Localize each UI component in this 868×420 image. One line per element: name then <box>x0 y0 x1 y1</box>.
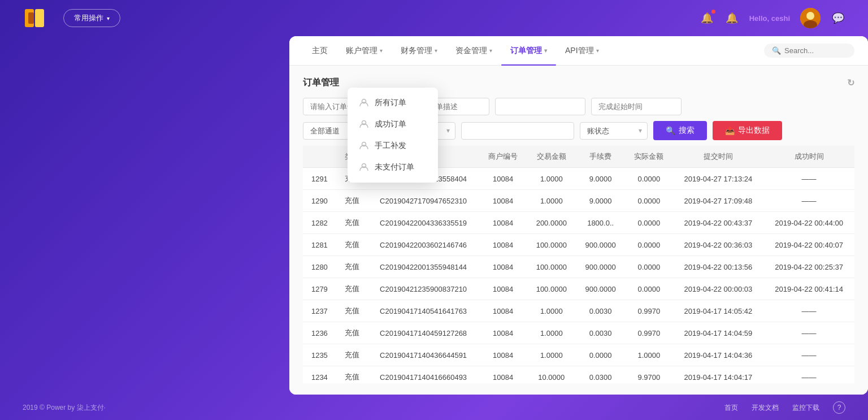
footer-link-docs[interactable]: 开发文档 <box>752 403 779 413</box>
nav-item-funds[interactable]: 资金管理 ▾ <box>446 36 501 66</box>
cell-order-no[interactable]: C20190417140541641763 <box>367 300 479 322</box>
user-icon-2 <box>359 119 369 129</box>
export-button[interactable]: 📤 导出数据 <box>713 121 782 140</box>
dropdown-item-unpaid[interactable]: 未支付订单 <box>348 157 438 178</box>
dropdown-label-manual: 手工补发 <box>375 141 406 151</box>
help-icon[interactable]: ? <box>833 401 845 414</box>
cell-success-time: —— <box>763 190 854 212</box>
cell-submit-time: 2019-04-22 00:00:03 <box>672 278 763 300</box>
cell-merchant: 10084 <box>479 366 527 384</box>
dropdown-item-all-orders[interactable]: 所有订单 <box>348 92 438 114</box>
cell-fee: 9.0000 <box>576 190 625 212</box>
dropdown-label-all: 所有订单 <box>375 98 406 108</box>
cell-order-no[interactable]: C20190421235900837210 <box>367 278 479 300</box>
cell-id: 1282 <box>303 212 336 234</box>
message-icon[interactable]: 💬 <box>831 11 845 25</box>
search-icon: 🔍 <box>772 46 781 55</box>
col-header-fee: 手续费 <box>576 146 625 168</box>
avatar[interactable] <box>800 8 821 28</box>
dropdown-item-success-orders[interactable]: 成功订单 <box>348 114 438 135</box>
refresh-icon[interactable]: ↻ <box>847 77 854 88</box>
account-arrow-icon: ▾ <box>380 47 383 54</box>
cell-submit-time: 2019-04-27 17:09:48 <box>672 190 763 212</box>
cell-merchant: 10084 <box>479 300 527 322</box>
cell-success-time: 2019-04-22 00:44:00 <box>763 212 854 234</box>
cell-success-time: —— <box>763 344 854 366</box>
cell-type: 充值 <box>336 278 368 300</box>
cell-order-no[interactable]: C20190417140459127268 <box>367 322 479 344</box>
cell-merchant: 10084 <box>479 168 527 190</box>
user-icon-3 <box>359 141 369 151</box>
footer: 2019 © Power by 柒上支付· 首页 开发文档 监控下载 ? <box>0 395 868 420</box>
cell-type: 充值 <box>336 256 368 278</box>
cell-order-no[interactable]: C20190422004336335519 <box>367 212 479 234</box>
nav-item-api[interactable]: API管理 ▾ <box>556 36 608 66</box>
cell-amount: 100.0000 <box>527 234 576 256</box>
col-header-merchant: 商户编号 <box>479 146 527 168</box>
cell-success-time: 2019-04-22 00:40:07 <box>763 234 854 256</box>
search-icon-btn: 🔍 <box>666 126 675 135</box>
footer-link-home[interactable]: 首页 <box>724 403 738 413</box>
nav-item-orders[interactable]: 订单管理 ▾ <box>501 36 556 66</box>
cell-order-no[interactable]: C20190417140436644591 <box>367 344 479 366</box>
cell-merchant: 10084 <box>479 322 527 344</box>
cell-id: 1291 <box>303 168 336 190</box>
cell-amount: 1.0000 <box>527 322 576 344</box>
svg-rect-2 <box>28 12 34 24</box>
col-header-id <box>303 146 336 168</box>
account-status-select[interactable]: 账状态 <box>580 122 648 140</box>
cell-id: 1237 <box>303 300 336 322</box>
nav-item-account[interactable]: 账户管理 ▾ <box>337 36 392 66</box>
cell-type: 充值 <box>336 212 368 234</box>
cell-merchant: 10084 <box>479 256 527 278</box>
cell-id: 1236 <box>303 322 336 344</box>
svg-point-4 <box>806 12 814 20</box>
cell-success-time: —— <box>763 300 854 322</box>
cell-amount: 1.0000 <box>527 190 576 212</box>
api-arrow-icon: ▾ <box>596 47 599 54</box>
cell-actual: 0.0000 <box>625 168 672 190</box>
top-nav-right: 🔔 🔔 Hello, ceshi 💬 <box>700 8 845 28</box>
search-button[interactable]: 🔍 搜索 <box>653 121 707 140</box>
cell-order-no[interactable]: C20190417140416660493 <box>367 366 479 384</box>
cell-id: 1290 <box>303 190 336 212</box>
cell-submit-time: 2019-04-27 17:13:24 <box>672 168 763 190</box>
search-input[interactable] <box>784 46 847 55</box>
footer-link-monitor[interactable]: 监控下载 <box>792 403 819 413</box>
cell-merchant: 10084 <box>479 278 527 300</box>
cell-order-no[interactable]: C20190422001355948144 <box>367 256 479 278</box>
bell-icon[interactable]: 🔔 <box>700 11 714 25</box>
cell-success-time: —— <box>763 322 854 344</box>
finance-arrow-icon: ▾ <box>435 47 437 54</box>
section-header: 订单管理 ↻ <box>303 77 854 89</box>
bell-dot <box>711 10 715 14</box>
svg-rect-1 <box>35 9 44 27</box>
quick-op-button[interactable]: 常用操作 ▾ <box>63 9 120 27</box>
date-input[interactable] <box>591 98 682 115</box>
cell-success-time: —— <box>763 168 854 190</box>
cell-actual: 9.9700 <box>625 366 672 384</box>
secondary-nav: 主页 账户管理 ▾ 财务管理 ▾ 资金管理 ▾ 订单管理 ▾ API管理 ▾ 🔍 <box>289 36 868 66</box>
nav-item-finance[interactable]: 财务管理 ▾ <box>392 36 446 66</box>
username: ceshi <box>771 14 790 23</box>
cell-id: 1234 <box>303 366 336 384</box>
quick-op-label: 常用操作 <box>74 13 103 23</box>
notification-icon[interactable]: 🔔 <box>724 11 739 25</box>
blank-input-2[interactable] <box>461 122 574 140</box>
blank-input[interactable] <box>495 98 585 115</box>
cell-actual: 0.0000 <box>625 256 672 278</box>
cell-type: 充值 <box>336 300 368 322</box>
cell-amount: 100.0000 <box>527 256 576 278</box>
cell-order-no[interactable]: C20190427170947652310 <box>367 190 479 212</box>
cell-success-time: —— <box>763 366 854 384</box>
cell-order-no[interactable]: C20190422003602146746 <box>367 234 479 256</box>
dropdown-item-manual[interactable]: 手工补发 <box>348 135 438 157</box>
cell-submit-time: 2019-04-17 14:05:42 <box>672 300 763 322</box>
search-bar[interactable]: 🔍 <box>764 44 854 58</box>
nav-item-home[interactable]: 主页 <box>303 36 337 66</box>
cell-merchant: 10084 <box>479 190 527 212</box>
dropdown-label-unpaid: 未支付订单 <box>375 162 414 172</box>
cell-merchant: 10084 <box>479 212 527 234</box>
user-icon-4 <box>359 162 369 172</box>
logo[interactable] <box>23 5 50 32</box>
